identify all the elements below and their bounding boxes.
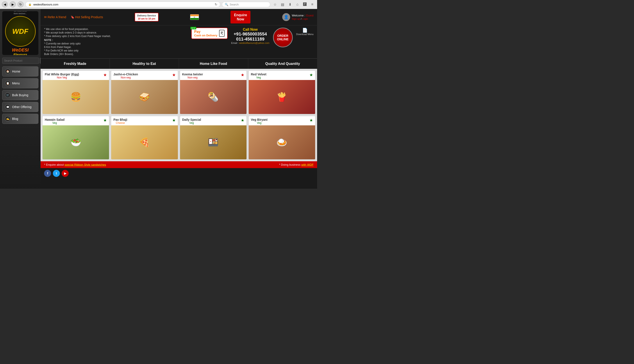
phone2: 011-45611189 [231,36,269,42]
product-card-red-velvet[interactable]: Red Velvet Veg ★ 🍟 [248,70,315,114]
tab-quality-quantity[interactable]: Quality And Quantity [248,59,317,69]
sidebar-item-blog[interactable]: ✍ Blog [2,114,38,124]
tab-home-like-food[interactable]: Home Like Food [179,59,248,69]
footer-left-link[interactable]: special Ribbon Style sandwiches [65,163,106,166]
enquire-label: Enquire Now [234,13,247,21]
menu-icon[interactable]: ≡ [309,1,315,8]
order-online-button[interactable]: ORDER ONLINE [273,28,293,47]
main-content: ✉ Refer A friend 🔖 Hot Selling Products … [41,9,317,189]
home-icon[interactable]: ⌂ [294,1,300,8]
product-star-5: ★ [172,118,176,123]
product-star-1: ★ [172,72,176,77]
url-bar[interactable]: 🔒 wedesiflavours.com ↻ [26,2,220,7]
footer-right-link[interactable]: with WDF [301,163,314,166]
pay-line2: Cash on Delivery [194,34,218,37]
info-bar-wrapper: * We use olive oil for food preparation.… [41,26,317,58]
guest-name[interactable]: Guest [306,14,314,17]
email-address[interactable]: wedesiflavours@yahoo.com [239,42,270,44]
product-card-veg-biryani[interactable]: Veg Biryani Veg ★ 🍛 [248,116,315,160]
product-image-6: 🍱 [180,125,247,159]
product-icon-4: 🥗 [70,137,81,148]
product-icon-1: 🥪 [139,92,150,102]
guest-area: 👤 Welcome : Guest Sign up / Login [282,13,314,21]
info-line2: * We accept bulk orders 2-3 days in adva… [44,31,188,34]
footer-left: * Enquire about special Ribbon Style san… [44,163,106,166]
search-placeholder-text: Search [230,3,239,6]
bookmark-icon[interactable]: ☆ [272,1,278,8]
product-header-5: Pav Bhaji Cheese ★ [111,116,178,125]
facebook-button[interactable]: f [44,170,51,177]
product-image-4: 🥗 [43,125,109,159]
other-offering-icon: 🍽️ [5,104,10,110]
tab-healthy-to-eat[interactable]: Healthy to Eat [110,59,179,69]
rupee-symbol: ₹ [219,30,225,37]
footer-right: * Doing business with WDF [279,163,314,166]
forward-button[interactable]: ▶ [10,1,16,8]
youtube-button[interactable]: ▶ [62,170,69,177]
product-type-3: Veg [251,76,266,79]
product-name-6: Daily Special [182,118,201,122]
product-star-2: ★ [241,72,244,77]
product-card-daily-special[interactable]: Daily Special Veg ★ 🍱 [180,116,247,160]
logo-wdf: WDF [12,28,28,35]
product-header-2: Keema twister Non-veg ★ [180,71,247,80]
enquire-button[interactable]: Enquire Now [231,11,251,24]
product-type-0: Non Veg [45,76,79,79]
lock-icon: 🔒 [28,3,32,6]
sidebar-item-other-offering[interactable]: 🍽️ Other Offering [2,102,38,112]
tab-freshly-made[interactable]: Freshly Made [41,59,110,69]
download-menu-area[interactable]: 📄 Download Menu [296,28,314,36]
twitter-button[interactable]: t [53,170,60,177]
bulk-buying-icon: 🛒 [5,92,10,98]
sidebar-item-menu[interactable]: 📋 Menu [2,78,38,88]
login-link[interactable]: Login [302,18,308,20]
product-card-flat-white-burger[interactable]: Flat White Burger (Egg) Non Veg ★ 🍔 [42,70,109,114]
reader-icon[interactable]: ▤ [279,1,286,8]
top-bar-links: ✉ Refer A friend 🔖 Hot Selling Products [44,15,103,19]
product-icon-6: 🍱 [208,137,219,148]
refresh-button[interactable]: ↻ [18,1,24,8]
browser-actions: ☆ ▤ ⬇ ⌂ 🅿 ≡ [272,1,315,8]
welcome-text: Welcome : [292,14,305,17]
logo-tagline2: think WeDesi... [5,12,36,15]
search-input[interactable] [2,58,39,64]
product-card-hawain-salad[interactable]: Hawain Salad Veg ★ 🥗 [42,116,109,160]
product-star-7: ★ [309,118,313,123]
product-image-5: 🍕 [111,125,178,159]
pay-box[interactable]: Pay Cash on Delivery ₹ [191,28,228,39]
browser-chrome: ◀ ▶ ↻ 🔒 wedesiflavours.com ↻ 🔍 Search ☆ … [0,0,317,9]
hot-selling-link[interactable]: 🔖 Hot Selling Products [71,15,103,19]
search-bar[interactable]: 🔍 Search [222,2,270,7]
guest-avatar-icon: 👤 [282,13,290,21]
download-icon[interactable]: ⬇ [287,1,293,8]
product-type-2: Non-veg [182,76,203,79]
delivery-badge: Delivery Service 10 am to 10 pm [135,13,159,22]
product-card-keema-twister[interactable]: Keema twister Non-veg ★ 🌯 [180,70,247,114]
product-header-1: Jashn-e-Chicken Non-veg ★ [111,71,178,80]
sign-up-link[interactable]: Sign up [292,18,300,20]
back-button[interactable]: ◀ [2,1,8,8]
pocket-icon[interactable]: 🅿 [302,1,308,8]
sidebar-item-home[interactable]: 🏠 Home [2,66,38,76]
download-label: Download Menu [296,33,314,36]
delivery-title: Delivery Service [137,14,156,17]
product-card-pav-bhaji[interactable]: Pav Bhaji Cheese ★ 🍕 [111,116,178,160]
search-icon: 🔍 [225,3,228,6]
bulk-buying-label: Bulk Buying [12,93,28,97]
refer-friend-link[interactable]: ✉ Refer A friend [44,15,66,19]
logo-flavours: Flavours [5,52,36,55]
product-header-0: Flat White Burger (Egg) Non Veg ★ [43,71,109,80]
social-bar: f t ▶ [41,168,317,178]
order-line2: ONLINE [277,38,289,41]
page-wrapper: We Cook Desi, think WeDesi... WDF WeDESI… [0,9,317,189]
product-card-jashn-e-chicken[interactable]: Jashn-e-Chicken Non-veg ★ 🥪 [111,70,178,114]
home-icon: 🏠 [5,69,10,74]
product-star-3: ★ [309,72,313,77]
logo-area: We Cook Desi, think WeDesi... WDF WeDESI… [2,11,38,55]
product-icon-7: 🍛 [276,137,287,148]
note4: Bulk Orders (30+ Boxes). [44,52,188,56]
sidebar-item-bulk-buying[interactable]: 🛒 Bulk Buying [2,90,38,100]
pay-text-area: Pay Cash on Delivery [194,30,218,37]
blog-icon: ✍ [5,116,10,122]
product-name-1: Jashn-e-Chicken [113,72,138,76]
